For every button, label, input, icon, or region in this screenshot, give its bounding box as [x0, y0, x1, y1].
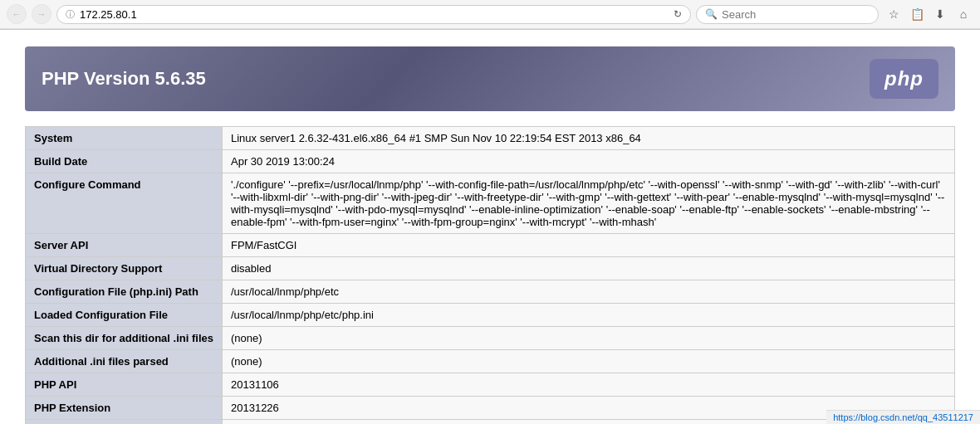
table-row: Configuration File (php.ini) Path/usr/lo…	[26, 280, 955, 304]
table-row: Configure Command'./configure' '--prefix…	[26, 173, 955, 234]
url-input[interactable]	[80, 8, 669, 21]
browser-chrome: ← → ⓘ ↻ 🔍 ☆ 📋 ⬇ ⌂	[0, 0, 980, 30]
row-label: Configuration File (php.ini) Path	[26, 280, 223, 304]
row-value: /usr/local/lnmp/php/etc/php.ini	[222, 304, 954, 327]
search-icon: 🔍	[705, 8, 718, 20]
row-value: disabled	[222, 257, 954, 280]
row-value: (none)	[222, 327, 954, 350]
toolbar: ← → ⓘ ↻ 🔍 ☆ 📋 ⬇ ⌂	[0, 0, 980, 29]
row-value: Apr 30 2019 13:00:24	[222, 150, 954, 173]
table-row: Zend Extension220131226	[26, 420, 955, 425]
home-button[interactable]: ⌂	[953, 4, 973, 24]
row-value: (none)	[222, 350, 954, 373]
back-button[interactable]: ←	[7, 4, 27, 24]
table-row: Build DateApr 30 2019 13:00:24	[26, 150, 955, 173]
row-value: FPM/FastCGI	[222, 234, 954, 257]
refresh-button[interactable]: ↻	[674, 8, 682, 20]
php-header: PHP Version 5.6.35 php	[25, 46, 955, 111]
forward-button[interactable]: →	[32, 4, 51, 24]
table-row: Additional .ini files parsed(none)	[26, 350, 955, 373]
row-value: Linux server1 2.6.32-431.el6.x86_64 #1 S…	[222, 127, 954, 150]
bookmark-star-button[interactable]: ☆	[884, 4, 904, 24]
lock-icon: ⓘ	[66, 8, 75, 21]
row-label: Server API	[26, 234, 223, 257]
back-icon: ←	[12, 9, 22, 19]
row-value: 20131106	[222, 373, 954, 397]
row-value: /usr/local/lnmp/php/etc	[222, 280, 954, 304]
table-row: PHP API20131106	[26, 373, 955, 397]
table-row: Virtual Directory Supportdisabled	[26, 257, 955, 280]
row-label: Loaded Configuration File	[26, 304, 223, 327]
row-label: Additional .ini files parsed	[26, 350, 223, 373]
search-input[interactable]	[722, 8, 870, 21]
status-bar: https://blog.csdn.net/qq_43511217	[826, 410, 980, 424]
row-label: PHP API	[26, 373, 223, 397]
row-label: System	[26, 127, 223, 150]
row-label: Virtual Directory Support	[26, 257, 223, 280]
reader-mode-button[interactable]: 📋	[907, 4, 927, 24]
search-bar-container: 🔍	[696, 5, 879, 24]
php-version-title: PHP Version 5.6.35	[42, 68, 206, 90]
row-label: Scan this dir for additional .ini files	[26, 327, 223, 350]
row-label: PHP Extension	[26, 397, 223, 420]
table-row: Loaded Configuration File/usr/local/lnmp…	[26, 304, 955, 327]
status-url: https://blog.csdn.net/qq_43511217	[833, 412, 973, 422]
download-button[interactable]: ⬇	[930, 4, 950, 24]
table-row: Scan this dir for additional .ini files(…	[26, 327, 955, 350]
forward-icon: →	[37, 9, 47, 19]
page-content: PHP Version 5.6.35 php SystemLinux serve…	[0, 30, 980, 424]
table-row: PHP Extension20131226	[26, 397, 955, 420]
url-bar-container: ⓘ ↻	[56, 5, 691, 24]
info-table: SystemLinux server1 2.6.32-431.el6.x86_6…	[25, 126, 955, 424]
row-label: Zend Extension	[26, 420, 223, 425]
php-logo: php	[870, 59, 938, 99]
row-label: Build Date	[26, 150, 223, 173]
row-value: './configure' '--prefix=/usr/local/lnmp/…	[222, 173, 954, 234]
table-row: Server APIFPM/FastCGI	[26, 234, 955, 257]
table-row: SystemLinux server1 2.6.32-431.el6.x86_6…	[26, 127, 955, 150]
toolbar-icons: ☆ 📋 ⬇ ⌂	[884, 4, 973, 24]
row-label: Configure Command	[26, 173, 223, 234]
